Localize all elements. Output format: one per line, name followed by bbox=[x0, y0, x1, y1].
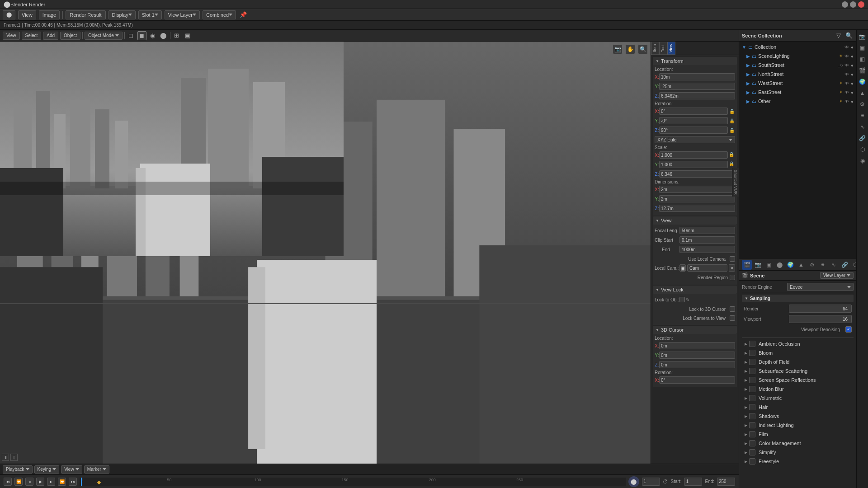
current-frame-input[interactable] bbox=[642, 478, 660, 486]
strip-material-icon[interactable]: ◉ bbox=[858, 156, 868, 166]
keying-menu[interactable]: Keying bbox=[34, 465, 60, 474]
overlay-icon[interactable]: ⊞ bbox=[172, 31, 181, 40]
rot-x-value[interactable]: 0° bbox=[659, 108, 728, 115]
local-camera-checkbox[interactable] bbox=[730, 256, 735, 262]
pin-icon[interactable]: 📌 bbox=[239, 10, 248, 19]
xray-icon[interactable]: ▣ bbox=[183, 31, 192, 40]
next-frame-btn[interactable]: ⏩ bbox=[58, 478, 66, 486]
sampling-section-header[interactable]: ▼ Sampling bbox=[742, 295, 854, 302]
east-street-eye[interactable]: 👁 bbox=[844, 90, 849, 95]
prev-frame-btn[interactable]: ⏪ bbox=[14, 478, 23, 486]
shading-rendered-icon[interactable]: ⬤ bbox=[159, 31, 168, 40]
minimize-button[interactable] bbox=[842, 1, 848, 8]
clip-start-value[interactable]: 0.1m bbox=[679, 236, 735, 244]
props-icon-data[interactable]: ⬡ bbox=[850, 260, 856, 270]
strip-particles-icon[interactable]: ⁕ bbox=[858, 111, 868, 121]
props-icon-modifiers[interactable]: ⚙ bbox=[807, 260, 817, 270]
jump-end-btn[interactable]: ⏭ bbox=[69, 478, 77, 486]
outliner-scene-lighting[interactable]: ▶ 🗂 SceneLighting ☀ 👁 ● bbox=[739, 52, 856, 61]
jump-start-btn[interactable]: ⏮ bbox=[4, 478, 12, 486]
view-layer-dropdown[interactable]: View Layer bbox=[820, 272, 854, 279]
props-icon-view[interactable]: ⬤ bbox=[774, 260, 784, 270]
close-button[interactable] bbox=[858, 1, 864, 8]
strip-render-icon[interactable]: 📷 bbox=[858, 32, 868, 42]
south-street-render[interactable]: ● bbox=[851, 63, 854, 68]
cursor-rx-value[interactable]: 0° bbox=[659, 376, 735, 384]
other-render[interactable]: ● bbox=[851, 99, 854, 104]
display-btn[interactable]: Display bbox=[108, 10, 136, 19]
cursor-header[interactable]: ▼ 3D Cursor bbox=[653, 326, 737, 334]
lock-ob-pencil[interactable]: ✎ bbox=[686, 297, 689, 302]
scene-lighting-eye[interactable]: 👁 bbox=[844, 54, 849, 59]
other-eye[interactable]: 👁 bbox=[844, 99, 849, 104]
west-street-render[interactable]: ● bbox=[851, 81, 854, 86]
outliner-other[interactable]: ▶ 🗂 Other ☀ 👁 ● bbox=[739, 97, 856, 106]
clip-end-value[interactable]: 1000m bbox=[679, 246, 735, 253]
transform-header[interactable]: ▼ Transform bbox=[653, 57, 737, 65]
outliner-south-street[interactable]: ▶ 🗂 SouthStreet _6 👁 ● bbox=[739, 61, 856, 70]
prev-keyframe-btn[interactable]: ◂ bbox=[25, 478, 33, 486]
next-keyframe-btn[interactable]: ▸ bbox=[47, 478, 55, 486]
gizmo-hand[interactable]: ✋ bbox=[625, 44, 635, 54]
strip-data-icon[interactable]: ⬡ bbox=[858, 145, 868, 155]
viewport-samples-value[interactable]: 16 bbox=[789, 315, 852, 323]
play-btn[interactable]: ▶ bbox=[36, 478, 44, 486]
bl-icon-2[interactable]: ▯ bbox=[10, 454, 18, 461]
scene-lighting-render[interactable]: ● bbox=[851, 54, 854, 59]
view-layer-btn[interactable]: View Layer bbox=[165, 10, 200, 19]
shortcut-vur-panel[interactable]: Shortcut VUR bbox=[732, 168, 739, 197]
props-icon-particles[interactable]: ⁕ bbox=[818, 260, 828, 270]
strip-constraints-icon[interactable]: 🔗 bbox=[858, 133, 868, 143]
props-icon-object[interactable]: ▲ bbox=[796, 260, 806, 270]
north-street-eye[interactable]: 👁 bbox=[844, 72, 849, 77]
view-section-header[interactable]: ▼ View bbox=[653, 216, 737, 225]
rot-x-lock[interactable]: 🔒 bbox=[729, 108, 735, 114]
strip-object-icon[interactable]: ▲ bbox=[858, 88, 868, 98]
props-icon-world[interactable]: 🌍 bbox=[785, 260, 795, 270]
n-tab-view[interactable]: View bbox=[667, 42, 675, 55]
outliner-search-icon[interactable]: 🔍 bbox=[844, 31, 854, 40]
viewport-denoising-checkbox[interactable] bbox=[845, 326, 852, 333]
view-menu[interactable]: ⬤ bbox=[3, 10, 15, 19]
strip-scene-icon[interactable]: 🎬 bbox=[858, 66, 868, 75]
rot-y-lock[interactable]: 🔒 bbox=[729, 117, 735, 124]
strip-output-icon[interactable]: ▣ bbox=[858, 43, 868, 53]
local-cam-value[interactable]: Cam bbox=[687, 264, 727, 272]
top-view-btn[interactable]: View bbox=[18, 10, 36, 19]
lock-camera-checkbox[interactable] bbox=[730, 315, 735, 321]
render-region-checkbox[interactable] bbox=[730, 275, 735, 280]
focal-value[interactable]: 50mm bbox=[679, 227, 735, 234]
scale-y-lock[interactable]: 🔒 bbox=[729, 161, 735, 168]
gizmo-search[interactable]: 🔍 bbox=[638, 44, 648, 54]
render-samples-value[interactable]: 64 bbox=[789, 305, 852, 313]
rot-z-lock[interactable]: 🔒 bbox=[729, 127, 735, 133]
combined-btn[interactable]: Combined bbox=[203, 10, 236, 19]
collection-root-render[interactable]: ● bbox=[851, 45, 854, 50]
loc-x-value[interactable]: 10m bbox=[659, 73, 735, 80]
props-icon-physics[interactable]: ∿ bbox=[829, 260, 839, 270]
view-menu-timeline[interactable]: View bbox=[61, 465, 82, 474]
cursor-x-value[interactable]: 0m bbox=[659, 342, 735, 349]
mode-select[interactable]: Object Mode bbox=[85, 32, 123, 40]
outliner-north-street[interactable]: ▶ 🗂 NorthStreet 👁 ● bbox=[739, 70, 856, 79]
select-menu-btn[interactable]: Select bbox=[22, 32, 42, 40]
loc-y-value[interactable]: -25m bbox=[659, 83, 735, 90]
gizmo-camera[interactable]: 📷 bbox=[613, 44, 623, 54]
cursor-z-value[interactable]: 0m bbox=[659, 361, 735, 368]
rot-z-value[interactable]: 90° bbox=[659, 127, 728, 134]
render-engine-value[interactable]: Eevee bbox=[787, 283, 854, 291]
dim-z-value[interactable]: 12.7m bbox=[659, 205, 735, 212]
view-lock-header[interactable]: ▼ View Lock bbox=[653, 286, 737, 294]
start-frame-input[interactable] bbox=[684, 478, 702, 486]
outliner-filter-icon[interactable]: ▽ bbox=[834, 31, 843, 40]
props-icon-output[interactable]: ▣ bbox=[764, 260, 774, 270]
west-street-eye[interactable]: 👁 bbox=[844, 81, 849, 86]
local-cam-clear[interactable]: × bbox=[729, 264, 735, 272]
strip-world-icon[interactable]: 🌍 bbox=[858, 77, 868, 87]
scale-x-value[interactable]: 1.000 bbox=[659, 151, 728, 159]
outliner-east-street[interactable]: ▶ 🗂 EastStreet ☀ 👁 ● bbox=[739, 88, 856, 97]
dim-x-value[interactable]: 2m bbox=[659, 186, 735, 193]
timeline-ruler[interactable]: 1 50 100 150 200 250 bbox=[80, 478, 626, 486]
props-icon-constraints[interactable]: 🔗 bbox=[840, 260, 849, 270]
rot-mode-select[interactable]: XYZ Euler bbox=[655, 136, 735, 143]
